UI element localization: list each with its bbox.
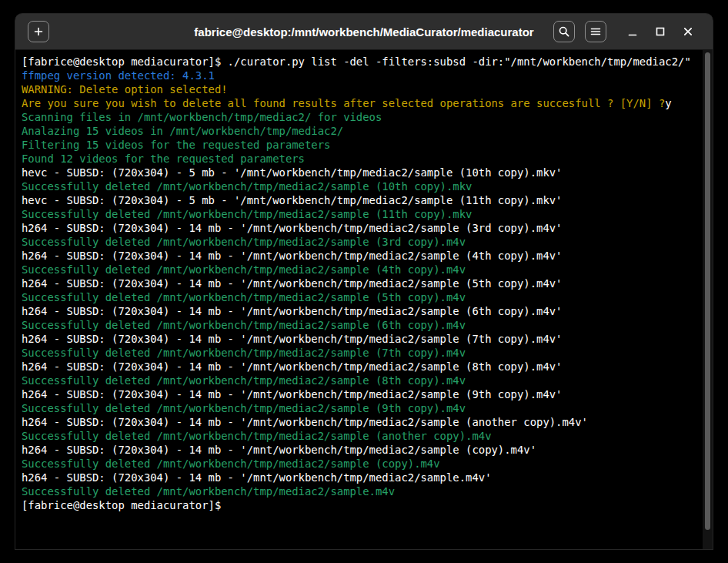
menu-icon [589, 25, 602, 38]
terminal-line: Analazing 15 videos in /mnt/workbench/tm… [22, 124, 713, 138]
scrollbar[interactable] [703, 50, 713, 549]
terminal-line: Successfully deleted /mnt/workbench/tmp/… [22, 263, 713, 276]
new-tab-button[interactable] [28, 21, 49, 42]
terminal-line: h264 - SUBSD: (720x304) - 14 mb - '/mnt/… [22, 415, 713, 429]
terminal-output[interactable]: [fabrice@desktop mediacurator]$ ./curato… [15, 50, 713, 549]
terminal-line: h264 - SUBSD: (720x304) - 14 mb - '/mnt/… [22, 332, 713, 346]
terminal-line: Scanning files in /mnt/workbench/tmp/med… [22, 110, 713, 124]
search-button[interactable] [553, 21, 575, 42]
terminal-line: Are you sure you wish to delete all foun… [22, 96, 713, 110]
maximize-button[interactable] [646, 21, 674, 42]
terminal-line: Successfully deleted /mnt/workbench/tmp/… [22, 290, 713, 304]
terminal-line: Successfully deleted /mnt/workbench/tmp/… [22, 457, 713, 471]
close-icon [682, 25, 694, 38]
search-icon [558, 25, 570, 38]
terminal-line: [fabrice@desktop mediacurator]$ ./curato… [22, 55, 713, 69]
minimize-icon [626, 25, 639, 38]
terminal-line: Filtering 15 videos for the requested pa… [22, 138, 713, 152]
scrollbar-thumb[interactable] [705, 52, 710, 530]
terminal-line: Successfully deleted /mnt/workbench/tmp/… [22, 401, 713, 415]
terminal-text: [fabrice@desktop mediacurator]$ ./curato… [22, 55, 713, 512]
terminal-line: h264 - SUBSD: (720x304) - 14 mb - '/mnt/… [22, 387, 713, 401]
minimize-button[interactable] [619, 21, 646, 42]
terminal-window: fabrice@desktop:/mnt/workbench/MediaCura… [15, 14, 713, 549]
titlebar-controls [553, 14, 702, 49]
terminal-line: Successfully deleted /mnt/workbench/tmp/… [22, 235, 713, 249]
new-tab-icon [33, 26, 44, 37]
terminal-line: h264 - SUBSD: (720x304) - 14 mb - '/mnt/… [22, 276, 713, 290]
terminal-line: Successfully deleted /mnt/workbench/tmp/… [22, 207, 713, 221]
terminal-line: h264 - SUBSD: (720x304) - 14 mb - '/mnt/… [22, 443, 713, 457]
terminal-line: h264 - SUBSD: (720x304) - 14 mb - '/mnt/… [22, 360, 713, 374]
terminal-line: h264 - SUBSD: (720x304) - 14 mb - '/mnt/… [22, 249, 713, 263]
terminal-line: ffmpeg version detected: 4.3.1 [22, 69, 713, 82]
menu-button[interactable] [585, 21, 606, 42]
terminal-line: WARNING: Delete option selected! [22, 82, 713, 96]
terminal-line: Successfully deleted /mnt/workbench/tmp/… [22, 429, 713, 443]
terminal-line: h264 - SUBSD: (720x304) - 14 mb - '/mnt/… [22, 471, 713, 484]
terminal-line: Successfully deleted /mnt/workbench/tmp/… [22, 346, 713, 360]
terminal-line: hevc - SUBSD: (720x304) - 5 mb - '/mnt/w… [22, 193, 713, 207]
terminal-line: h264 - SUBSD: (720x304) - 14 mb - '/mnt/… [22, 221, 713, 235]
terminal-line: [fabrice@desktop mediacurator]$ [22, 498, 713, 512]
terminal-line: Found 12 videos for the requested parame… [22, 152, 713, 166]
terminal-line: Successfully deleted /mnt/workbench/tmp/… [22, 484, 713, 498]
terminal-line: Successfully deleted /mnt/workbench/tmp/… [22, 318, 713, 332]
terminal-line: hevc - SUBSD: (720x304) - 5 mb - '/mnt/w… [22, 166, 713, 179]
screen: { "window": { "title": "fabrice@desktop:… [0, 0, 728, 563]
close-button[interactable] [674, 21, 702, 42]
terminal-line: Successfully deleted /mnt/workbench/tmp/… [22, 179, 713, 193]
terminal-line: Successfully deleted /mnt/workbench/tmp/… [22, 374, 713, 387]
terminal-line: h264 - SUBSD: (720x304) - 14 mb - '/mnt/… [22, 304, 713, 318]
maximize-icon [654, 25, 666, 38]
titlebar[interactable]: fabrice@desktop:/mnt/workbench/MediaCura… [15, 14, 713, 50]
